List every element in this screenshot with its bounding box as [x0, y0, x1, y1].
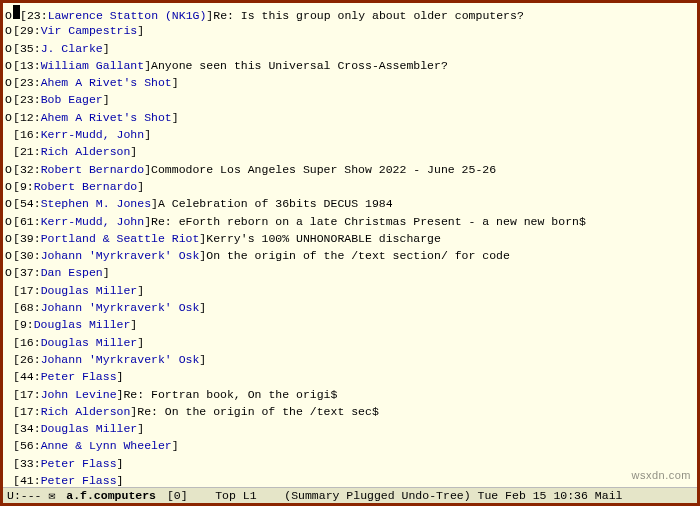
thread-row[interactable]: O [ 37: Dan Espen ] — [3, 264, 697, 281]
close-bracket: ] — [137, 420, 144, 437]
article-lines: 13: — [20, 57, 41, 74]
author: Douglas Miller — [41, 334, 138, 351]
article-lines: 23: — [20, 91, 41, 108]
author: Douglas Miller — [41, 420, 138, 437]
article-lines: 68: — [20, 299, 41, 316]
article-lines: 30: — [20, 247, 41, 264]
author: J. Clarke — [41, 40, 103, 57]
unread-marker: O — [5, 22, 13, 39]
thread-row[interactable]: [ 17: John Levine ] Re: Fortran book, On… — [3, 386, 697, 403]
thread-row[interactable]: O [ 9: Robert Bernardo ] — [3, 178, 697, 195]
article-lines: 17: — [20, 282, 41, 299]
thread-row[interactable]: O [ 12: Ahem A Rivet's Shot ] — [3, 109, 697, 126]
author: Johann 'Myrkraverk' Osk — [41, 351, 200, 368]
unread-marker: O — [5, 57, 13, 74]
close-bracket: ] — [130, 403, 137, 420]
thread-row[interactable]: O [ 30: Johann 'Myrkraverk' Osk] On the … — [3, 247, 697, 264]
article-lines: 54: — [20, 195, 41, 212]
thread-row[interactable]: [ 68: Johann 'Myrkraverk' Osk] — [3, 299, 697, 316]
close-bracket: ] — [117, 368, 124, 385]
open-bracket: [ — [13, 195, 20, 212]
thread-row[interactable]: [ 41: Peter Flass ] — [3, 472, 697, 487]
thread-row[interactable]: O [ 61: Kerr-Mudd, John ] Re: eForth reb… — [3, 213, 697, 230]
thread-row[interactable]: [ 16: Douglas Miller ] — [3, 334, 697, 351]
thread-row[interactable]: [ 26: Johann 'Myrkraverk' Osk] — [3, 351, 697, 368]
thread-row[interactable]: O [ 13: William Gallant ] Anyone seen th… — [3, 57, 697, 74]
article-lines: 9: — [20, 178, 34, 195]
close-bracket: ] — [144, 57, 151, 74]
thread-row[interactable]: [ 56: Anne & Lynn Wheeler ] — [3, 437, 697, 454]
modeline-time: Tue Feb 15 10:36 — [478, 489, 588, 502]
modeline-modes: (Summary Plugged Undo-Tree) — [284, 489, 470, 502]
open-bracket: [ — [13, 22, 20, 39]
article-lines: 21: — [20, 143, 41, 160]
subject: Re: Fortran book, On the origi$ — [123, 386, 337, 403]
thread-row[interactable]: [ 9: Douglas Miller ] — [3, 316, 697, 333]
close-bracket: ] — [103, 40, 110, 57]
modeline-count: [0] — [167, 489, 188, 502]
article-lines: 16: — [20, 126, 41, 143]
thread-row[interactable]: [ 44: Peter Flass ] — [3, 368, 697, 385]
close-bracket: ] — [144, 213, 151, 230]
author: Johann 'Myrkraverk' Osk — [41, 299, 200, 316]
open-bracket: [ — [13, 40, 20, 57]
thread-row[interactable]: [ 17: Rich Alderson ] Re: On the origin … — [3, 403, 697, 420]
watermark: wsxdn.com — [631, 469, 691, 481]
thread-row[interactable]: O [ 23: Lawrence Statton (NK1G)] Re: Is … — [3, 5, 697, 22]
article-lines: 35: — [20, 40, 41, 57]
thread-row[interactable]: O [ 35: J. Clarke ] — [3, 40, 697, 57]
thread-row[interactable]: O [ 29: Vir Campestris ] — [3, 22, 697, 39]
close-bracket: ] — [117, 455, 124, 472]
author: Vir Campestris — [41, 22, 138, 39]
author: Ahem A Rivet's Shot — [41, 109, 172, 126]
open-bracket: [ — [13, 386, 20, 403]
thread-row[interactable]: O [ 23: Bob Eager ] — [3, 91, 697, 108]
author: Peter Flass — [41, 455, 117, 472]
close-bracket: ] — [130, 316, 137, 333]
thread-row[interactable]: O [ 23: Ahem A Rivet's Shot ] — [3, 74, 697, 91]
thread-row[interactable]: O [ 39: Portland & Seattle Riot] Kerry's… — [3, 230, 697, 247]
open-bracket: [ — [13, 299, 20, 316]
unread-marker: O — [5, 195, 13, 212]
thread-row[interactable]: O [ 32: Robert Bernardo ] Commodore Los … — [3, 161, 697, 178]
thread-row[interactable]: [ 16: Kerr-Mudd, John ] — [3, 126, 697, 143]
article-lines: 32: — [20, 161, 41, 178]
close-bracket: ] — [117, 386, 124, 403]
unread-marker: O — [5, 213, 13, 230]
article-lines: 17: — [20, 386, 41, 403]
open-bracket: [ — [13, 437, 20, 454]
open-bracket: [ — [13, 334, 20, 351]
author: Robert Bernardo — [41, 161, 145, 178]
article-lines: 12: — [20, 109, 41, 126]
unread-marker: O — [5, 40, 13, 57]
article-lines: 23: — [20, 74, 41, 91]
author: Portland & Seattle Riot — [41, 230, 200, 247]
thread-row[interactable]: [ 17: Douglas Miller ] — [3, 282, 697, 299]
thread-row[interactable]: O [ 54: Stephen M. Jones ] A Celebration… — [3, 195, 697, 212]
open-bracket: [ — [13, 455, 20, 472]
subject: Kerry's 100% UNHONORABLE discharge — [206, 230, 441, 247]
subject: Re: On the origin of the /text sec$ — [137, 403, 379, 420]
subject: Anyone seen this Universal Cross-Assembl… — [151, 57, 448, 74]
close-bracket: ] — [199, 230, 206, 247]
close-bracket: ] — [137, 282, 144, 299]
open-bracket: [ — [13, 351, 20, 368]
author: Robert Bernardo — [34, 178, 138, 195]
unread-marker: O — [5, 109, 13, 126]
close-bracket: ] — [172, 74, 179, 91]
thread-row[interactable]: [ 21: Rich Alderson ] — [3, 143, 697, 160]
subject: Commodore Los Angeles Super Show 2022 - … — [151, 161, 496, 178]
open-bracket: [ — [13, 264, 20, 281]
article-lines: 9: — [20, 316, 34, 333]
author: John Levine — [41, 386, 117, 403]
unread-marker: O — [5, 91, 13, 108]
open-bracket: [ — [13, 368, 20, 385]
thread-row[interactable]: [ 33: Peter Flass ] — [3, 455, 697, 472]
subject: Re: Is this group only about older compu… — [213, 7, 524, 24]
open-bracket: [ — [13, 316, 20, 333]
summary-buffer[interactable]: O [ 23: Lawrence Statton (NK1G)] Re: Is … — [3, 3, 697, 487]
thread-row[interactable]: [ 34: Douglas Miller ] — [3, 420, 697, 437]
unread-marker: O — [5, 264, 13, 281]
open-bracket: [ — [13, 178, 20, 195]
author: Peter Flass — [41, 368, 117, 385]
